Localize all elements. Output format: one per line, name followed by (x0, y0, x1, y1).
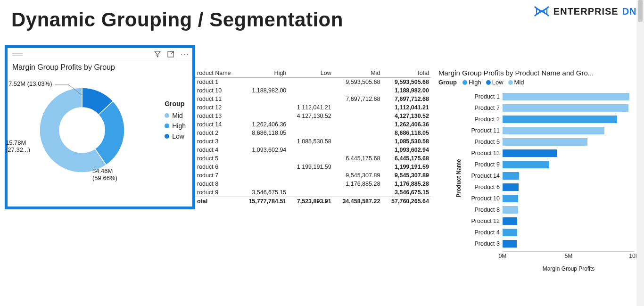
scrollbar[interactable] (636, 0, 644, 306)
bar-track (503, 116, 635, 123)
bar-segment[interactable] (503, 217, 517, 225)
bar-row[interactable]: Product 13 (465, 148, 635, 159)
bar-row[interactable]: Product 14 (465, 170, 635, 182)
legend-swatch-icon (165, 113, 169, 118)
table-header-cell[interactable]: Total (382, 69, 431, 78)
table-footer-cell: otal (195, 197, 239, 206)
table-row[interactable]: roduct 28,686,118.058,686,118.05 (195, 129, 431, 137)
table-header-cell[interactable]: High (239, 69, 289, 78)
table-header-cell[interactable]: Low (288, 69, 333, 78)
table-row[interactable]: roduct 41,093,602.941,093,602.94 (195, 146, 431, 154)
legend-label: Low (172, 131, 184, 141)
donut-visual[interactable]: ··· Margin Group Profits by Group 7.52M … (5, 45, 195, 209)
bar-row[interactable]: Product 6 (465, 182, 635, 193)
bar-segment[interactable] (503, 172, 519, 180)
table-row[interactable]: roduct 134,127,130.524,127,130.52 (195, 112, 431, 120)
table-row[interactable]: roduct 141,262,406.361,262,406.36 (195, 120, 431, 129)
bar-segment[interactable] (503, 149, 557, 157)
row-header-cell: roduct 7 (195, 171, 239, 180)
table-row[interactable]: roduct 61,199,191.591,199,191.59 (195, 163, 431, 171)
table-row[interactable]: roduct 101,188,982.001,188,982.00 (195, 86, 431, 95)
bar-segment[interactable] (503, 104, 628, 112)
bar-row[interactable]: Product 10 (465, 193, 635, 204)
focus-mode-icon[interactable] (167, 51, 174, 58)
table-cell (333, 146, 382, 154)
table-row[interactable]: roduct 19,593,505.689,593,505.68 (195, 78, 431, 87)
bar-track (503, 93, 635, 100)
legend-label: Low (492, 79, 504, 86)
table-row[interactable]: roduct 93,546,675.153,546,675.15 (195, 188, 431, 197)
bar-track (503, 161, 635, 168)
bar-segment[interactable] (503, 161, 549, 168)
table-row[interactable]: roduct 79,545,307.899,545,307.89 (195, 171, 431, 180)
row-header-cell: roduct 8 (195, 180, 239, 188)
legend-item[interactable]: High (165, 121, 186, 131)
bar-segment[interactable] (503, 127, 604, 134)
table-header-cell[interactable]: roduct Name (195, 69, 239, 78)
bar-category-label: Product 14 (465, 173, 503, 179)
legend-label: High (469, 79, 481, 86)
donut-legend: Group MidHighLow (165, 100, 186, 141)
bar-category-label: Product 5 (465, 139, 503, 145)
table-row[interactable]: roduct 121,112,041.211,112,041.21 (195, 103, 431, 112)
bar-segment[interactable] (503, 93, 629, 100)
table-row[interactable]: roduct 31,085,530.581,085,530.58 (195, 137, 431, 146)
bar-segment[interactable] (503, 116, 617, 123)
table-cell (239, 103, 289, 112)
bar-row[interactable]: Product 2 (465, 114, 635, 125)
table-row[interactable]: roduct 117,697,712.687,697,712.68 (195, 95, 431, 103)
bar-category-label: Product 7 (465, 105, 503, 111)
bar-row[interactable]: Product 8 (465, 204, 635, 215)
table-cell (239, 171, 289, 180)
bar-row[interactable]: Product 1 (465, 91, 635, 102)
bar-row[interactable]: Product 4 (465, 227, 635, 238)
matrix-visual[interactable]: roduct NameHighLowMidTotal roduct 19,593… (195, 69, 431, 206)
legend-item[interactable]: High (461, 79, 481, 86)
table-cell (288, 129, 333, 137)
more-options-icon[interactable]: ··· (181, 50, 190, 58)
table-cell: 1,199,191.59 (382, 163, 431, 171)
table-cell: 8,686,118.05 (382, 129, 431, 137)
bar-segment[interactable] (503, 195, 518, 202)
bar-segment[interactable] (503, 229, 517, 236)
drag-handle-icon[interactable] (10, 52, 25, 56)
legend-item[interactable]: Low (484, 79, 504, 86)
bar-segment[interactable] (503, 206, 518, 214)
bar-row[interactable]: Product 3 (465, 238, 635, 249)
bar-category-label: Product 9 (465, 161, 503, 168)
legend-item[interactable]: Mid (506, 79, 524, 86)
bar-title: Margin Group Profits by Product Name and… (438, 69, 636, 77)
bar-row[interactable]: Product 11 (465, 125, 635, 136)
table-cell: 1,262,406.36 (382, 120, 431, 129)
table-total-row: otal15,777,784.517,523,893.9134,458,587.… (195, 197, 431, 206)
bar-category-label: Product 8 (465, 207, 503, 213)
table-cell: 1,085,530.58 (382, 137, 431, 146)
legend-item[interactable]: Low (165, 131, 186, 141)
table-cell (239, 163, 289, 171)
bar-visual[interactable]: Margin Group Profits by Product Name and… (438, 69, 636, 265)
bar-row[interactable]: Product 5 (465, 136, 635, 148)
bar-row[interactable]: Product 7 (465, 102, 635, 114)
row-header-cell: roduct 10 (195, 86, 239, 95)
table-header-cell[interactable]: Mid (333, 69, 382, 78)
bar-row[interactable]: Product 9 (465, 159, 635, 170)
bar-row[interactable]: Product 12 (465, 215, 635, 227)
legend-item[interactable]: Mid (165, 110, 186, 121)
table-cell: 1,176,885.28 (382, 180, 431, 188)
table-cell (239, 154, 289, 163)
bar-plot-area[interactable]: Product 1Product 7Product 2Product 11Pro… (465, 91, 635, 251)
table-cell (333, 112, 382, 120)
table-cell: 6,445,175.68 (382, 154, 431, 163)
table-cell: 9,593,505.68 (382, 78, 431, 87)
table-cell: 1,112,041.21 (288, 103, 333, 112)
table-row[interactable]: roduct 56,445,175.686,445,175.68 (195, 154, 431, 163)
bar-x-axis: 0M5M10M (503, 251, 635, 265)
legend-heading: Group (165, 100, 186, 108)
bar-segment[interactable] (503, 183, 519, 191)
bar-segment[interactable] (503, 138, 587, 146)
filter-icon[interactable] (154, 51, 161, 58)
legend-swatch-icon (165, 124, 169, 128)
bar-track (503, 229, 635, 236)
table-row[interactable]: roduct 81,176,885.281,176,885.28 (195, 180, 431, 188)
bar-segment[interactable] (503, 240, 517, 248)
